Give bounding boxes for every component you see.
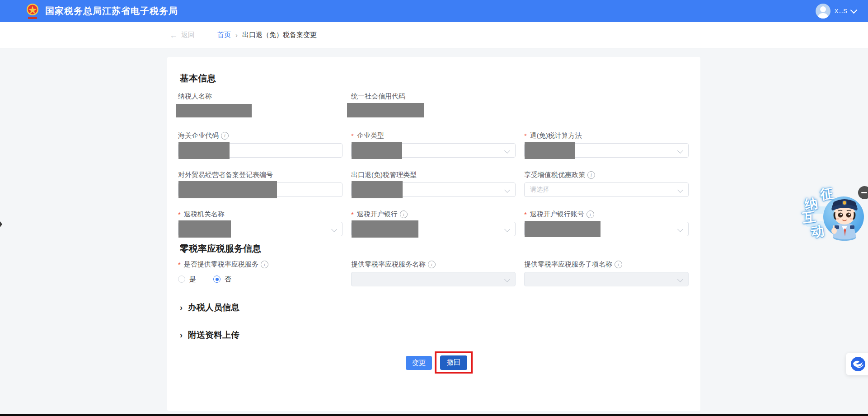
redaction-block [347, 103, 424, 117]
window-bottom-edge [0, 414, 868, 416]
field-mgmt-type: 出口退(免)税管理类型 [351, 171, 516, 197]
calc-method-select[interactable] [524, 143, 689, 158]
field-foreign-trade-no: 对外贸易经营者备案登记表编号 [178, 171, 343, 197]
app-window: 国家税务总局江苏省电子税务局 X...S ← 返回 首页 › 出口退（免）税备案… [0, 0, 868, 416]
top-header: 国家税务总局江苏省电子税务局 X...S [0, 0, 868, 22]
radio-circle-icon [178, 276, 185, 283]
radio-circle-icon [213, 276, 221, 283]
field-calc-method: * 退(免)税计算方法 [524, 132, 689, 158]
field-customs-code: 海关企业代码 [178, 132, 343, 158]
field-vat-policy: 享受增值税优惠政策 请选择 [524, 171, 689, 197]
redaction-block [525, 142, 575, 159]
chevron-down-icon [677, 226, 683, 232]
redaction-block [352, 181, 403, 198]
refund-org-select[interactable] [178, 222, 343, 236]
interaction-chat-icon [850, 356, 866, 372]
chevron-down-icon [504, 276, 510, 282]
radio-no[interactable]: 否 [213, 275, 231, 284]
field-service-name: 提供零税率应税服务名称 [351, 261, 516, 286]
chevron-down-icon [504, 148, 510, 154]
chevron-down-icon [677, 276, 683, 282]
enterprise-type-select[interactable] [351, 143, 516, 158]
radio-yes[interactable]: 是 [178, 275, 196, 284]
mascot-collapse-button[interactable] [858, 186, 868, 199]
field-enterprise-type: * 企业类型 [351, 132, 516, 158]
field-credit-code: 统一社会信用代码 [351, 93, 516, 117]
info-icon[interactable] [586, 210, 594, 218]
avatar-person-icon [820, 6, 826, 12]
info-icon[interactable] [615, 261, 622, 268]
service-sub-select [524, 272, 689, 286]
chevron-down-icon [504, 226, 510, 232]
field-refund-account: * 退税开户银行账号 [524, 210, 689, 236]
chevron-down-icon [331, 226, 337, 232]
mascot-char: 互 [802, 210, 816, 225]
breadcrumb: ← 返回 首页 › 出口退（免）税备案变更 [169, 22, 317, 48]
info-icon[interactable] [400, 210, 408, 218]
redaction-block [176, 104, 252, 117]
user-avatar[interactable] [816, 4, 830, 19]
chevron-down-icon [850, 7, 858, 14]
redaction-block [178, 142, 230, 159]
field-taxpayer-name: 纳税人名称 [178, 93, 343, 117]
breadcrumb-home-link[interactable]: 首页 [217, 31, 231, 39]
breadcrumb-bar: ← 返回 首页 › 出口退（免）税备案变更 [0, 22, 868, 48]
info-icon[interactable] [221, 132, 229, 140]
required-marker: * [351, 132, 354, 140]
breadcrumb-current: 出口退（免）税备案变更 [242, 31, 317, 39]
breadcrumb-separator: › [235, 31, 238, 39]
redaction-block [352, 220, 418, 238]
change-button[interactable]: 变更 [406, 356, 432, 370]
left-edge-handle[interactable] [0, 221, 2, 227]
user-menu[interactable]: X...S [816, 0, 856, 22]
customs-code-input[interactable] [178, 143, 343, 158]
chevron-right-icon: › [180, 331, 183, 339]
chevron-down-icon [504, 187, 510, 193]
refund-bank-select[interactable] [351, 222, 516, 236]
chat-widget-button[interactable] [846, 353, 868, 375]
service-name-select [351, 272, 516, 286]
back-arrow-icon: ← [169, 31, 178, 39]
section-zero-rate: 零税率应税服务信息 [180, 243, 261, 255]
refund-account-select[interactable] [524, 222, 689, 236]
username: X...S [835, 8, 847, 14]
back-button[interactable]: ← 返回 [169, 31, 195, 39]
mascot-char: 征 [819, 187, 834, 201]
page-title: 国家税务总局江苏省电子税务局 [45, 0, 178, 22]
redaction-block [352, 142, 402, 159]
info-icon[interactable] [261, 261, 268, 268]
highlight-annotation: 撤回 [435, 351, 473, 374]
mascot-char: 动 [810, 224, 825, 239]
withdraw-button[interactable]: 撤回 [440, 355, 467, 370]
zero-rate-radio-group: 是 否 [178, 272, 343, 286]
info-icon[interactable] [587, 171, 595, 179]
field-service-sub: 提供零税率应税服务子项名称 [524, 261, 689, 286]
field-zero-rate: * 是否提供零税率应税服务 是 否 [178, 261, 343, 286]
mascot-char: 纳 [804, 196, 819, 211]
info-icon[interactable] [428, 261, 436, 268]
chevron-down-icon [677, 187, 683, 193]
select-placeholder: 请选择 [530, 186, 549, 194]
field-refund-org: * 退税机关名称 [178, 210, 343, 236]
redaction-block [178, 181, 277, 198]
redaction-block [178, 220, 231, 238]
foreign-trade-no-input[interactable] [178, 182, 343, 197]
chevron-down-icon [677, 148, 683, 154]
vat-policy-select[interactable]: 请选择 [524, 182, 689, 197]
redaction-block [525, 221, 601, 237]
section-basic-info: 基本信息 [180, 72, 216, 84]
chevron-right-icon: › [180, 304, 183, 312]
field-refund-bank: * 退税开户银行 [351, 210, 516, 236]
mgmt-type-select[interactable] [351, 182, 516, 197]
section-personnel-toggle[interactable]: › 办税人员信息 [180, 302, 239, 313]
section-attachments-toggle[interactable]: › 附送资料上传 [180, 329, 239, 341]
tax-bureau-logo [24, 3, 41, 20]
